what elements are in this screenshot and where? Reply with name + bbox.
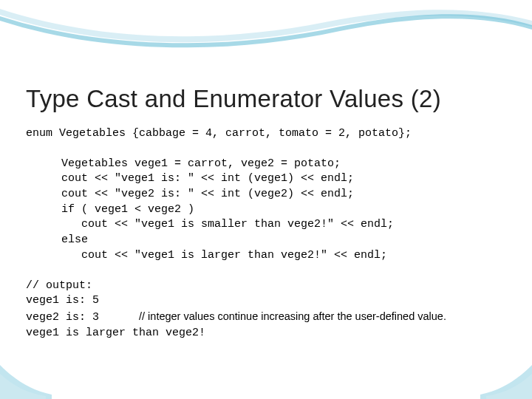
output-line-prefix: vege2 is: 3 bbox=[26, 311, 139, 324]
slide-title: Type Cast and Enumerator Values (2) bbox=[26, 85, 506, 113]
code-line: else bbox=[61, 233, 506, 248]
output-line-with-comment: vege2 is: 3 // integer values continue i… bbox=[26, 309, 506, 326]
slide-content: Type Cast and Enumerator Values (2) enum… bbox=[26, 85, 506, 341]
code-line: if ( vege1 < vege2 ) bbox=[61, 202, 506, 218]
code-block: Vegetables vege1 = carrot, vege2 = potat… bbox=[61, 157, 506, 264]
output-block: // output: vege1 is: 5 vege2 is: 3 // in… bbox=[26, 279, 506, 341]
output-comment-line: // output: bbox=[26, 279, 506, 294]
decorative-corner-bottom-left bbox=[0, 347, 52, 399]
code-line: cout << "vege2 is: " << int (vege2) << e… bbox=[61, 187, 506, 202]
decorative-wave-top bbox=[0, 0, 532, 66]
decorative-corner-bottom-right bbox=[480, 347, 532, 399]
code-line: cout << "vege1 is: " << int (vege1) << e… bbox=[61, 171, 506, 187]
inline-explanation-comment: // integer values continue increasing af… bbox=[139, 310, 446, 322]
output-line: vege1 is: 5 bbox=[26, 293, 506, 309]
output-line: vege1 is larger than vege2! bbox=[26, 326, 506, 341]
code-line: cout << "vege1 is smaller than vege2!" <… bbox=[61, 217, 506, 233]
code-line: Vegetables vege1 = carrot, vege2 = potat… bbox=[61, 157, 506, 172]
enum-declaration-line: enum Vegetables {cabbage = 4, carrot, to… bbox=[26, 126, 506, 142]
code-line: cout << "vege1 is larger than vege2!" <<… bbox=[61, 248, 506, 264]
